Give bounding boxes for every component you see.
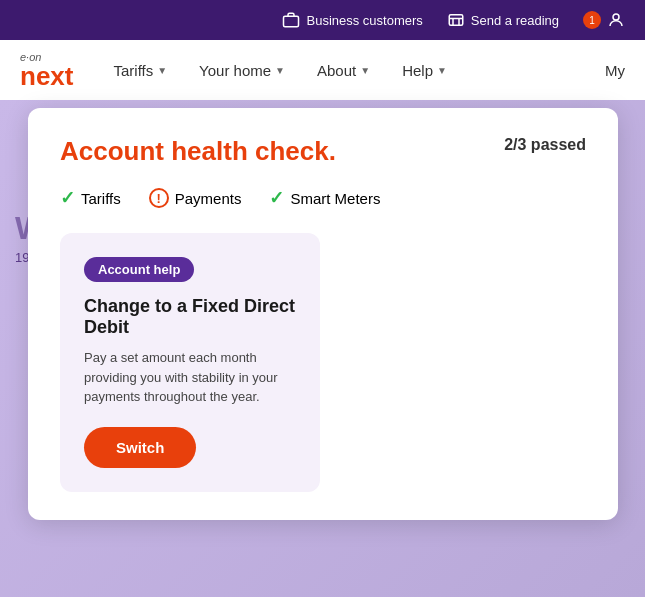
top-bar: Business customers Send a reading 1 [0, 0, 645, 40]
card-title: Change to a Fixed Direct Debit [84, 296, 296, 338]
chevron-down-icon: ▼ [157, 65, 167, 76]
nav-your-home[interactable]: Your home ▼ [187, 54, 297, 87]
briefcase-icon [282, 11, 300, 29]
check-tariffs: ✓ Tariffs [60, 187, 121, 209]
nav-bar: e·on next Tariffs ▼ Your home ▼ About ▼ … [0, 40, 645, 100]
chevron-down-icon: ▼ [437, 65, 447, 76]
passed-count: 2/3 passed [504, 136, 586, 154]
card-badge: Account help [84, 257, 194, 282]
nav-about[interactable]: About ▼ [305, 54, 382, 87]
account-icon [607, 11, 625, 29]
switch-button[interactable]: Switch [84, 427, 196, 468]
send-reading-link[interactable]: Send a reading [447, 11, 559, 29]
account-help-card: Account help Change to a Fixed Direct De… [60, 233, 320, 492]
check-payments: ! Payments [149, 188, 242, 208]
nav-help[interactable]: Help ▼ [390, 54, 459, 87]
check-smart-meters: ✓ Smart Meters [269, 187, 380, 209]
checkmark-icon: ✓ [60, 187, 75, 209]
business-customers-link[interactable]: Business customers [282, 11, 422, 29]
account-health-check-modal: Account health check. 2/3 passed ✓ Tarif… [28, 108, 618, 520]
notification-button[interactable]: 1 [583, 11, 625, 29]
svg-rect-0 [284, 16, 299, 27]
check-payments-label: Payments [175, 190, 242, 207]
modal-header: Account health check. 2/3 passed [60, 136, 586, 167]
svg-point-2 [613, 14, 619, 20]
nav-tariffs[interactable]: Tariffs ▼ [101, 54, 179, 87]
logo-next: next [20, 63, 73, 89]
card-description: Pay a set amount each month providing yo… [84, 348, 296, 407]
meter-icon [447, 11, 465, 29]
business-customers-label: Business customers [306, 13, 422, 28]
chevron-down-icon: ▼ [275, 65, 285, 76]
svg-rect-1 [449, 15, 463, 26]
warning-icon: ! [149, 188, 169, 208]
notification-badge: 1 [583, 11, 601, 29]
send-reading-label: Send a reading [471, 13, 559, 28]
check-tariffs-label: Tariffs [81, 190, 121, 207]
check-smart-meters-label: Smart Meters [290, 190, 380, 207]
checkmark-icon: ✓ [269, 187, 284, 209]
chevron-down-icon: ▼ [360, 65, 370, 76]
check-items: ✓ Tariffs ! Payments ✓ Smart Meters [60, 187, 586, 209]
logo[interactable]: e·on next [20, 51, 73, 89]
nav-my[interactable]: My [605, 62, 625, 79]
modal-title: Account health check. [60, 136, 336, 167]
